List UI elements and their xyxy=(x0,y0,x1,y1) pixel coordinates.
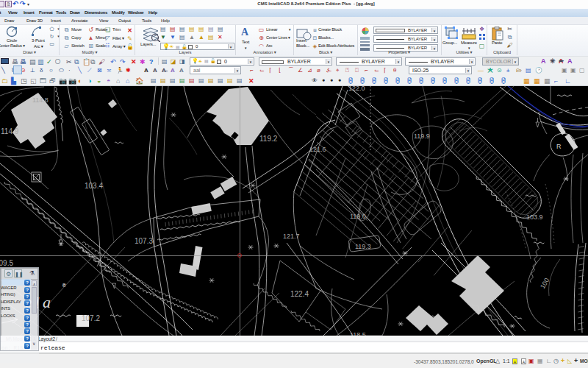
svg-text:107.2: 107.2 xyxy=(82,314,100,322)
svg-text:122.4: 122.4 xyxy=(290,290,309,298)
svg-text:103.9: 103.9 xyxy=(526,213,543,221)
svg-text:119.0: 119.0 xyxy=(350,213,366,220)
svg-text:121.6: 121.6 xyxy=(309,146,326,153)
svg-text:109.5: 109.5 xyxy=(0,259,13,267)
svg-text:122.0: 122.0 xyxy=(348,86,365,92)
svg-text:119.2: 119.2 xyxy=(259,135,278,143)
svg-text:121.7: 121.7 xyxy=(283,233,300,240)
svg-text:103.4: 103.4 xyxy=(85,182,103,190)
svg-text:107.3: 107.3 xyxy=(135,237,153,245)
svg-text:119.9: 119.9 xyxy=(414,132,430,140)
svg-text:R: R xyxy=(556,143,562,150)
svg-text:114.8: 114.8 xyxy=(32,96,49,104)
svg-text:₴: ₴ xyxy=(62,282,66,289)
svg-text:114.9: 114.9 xyxy=(1,127,19,135)
svg-text:119.3: 119.3 xyxy=(355,243,371,250)
